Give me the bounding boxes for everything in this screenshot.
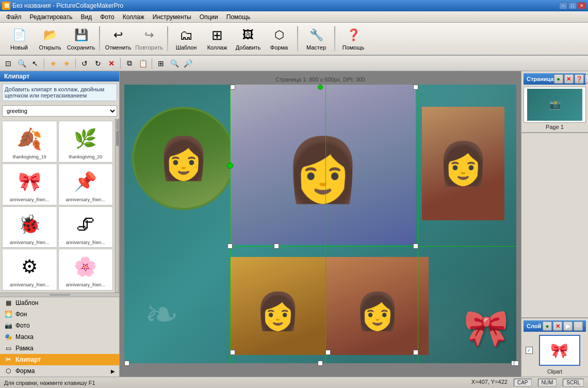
layer-move-button[interactable]: ↔	[574, 321, 583, 331]
search-select[interactable]: greeting anniversary birthday thanksgivi…	[2, 105, 117, 117]
canvas-handle-corner-br[interactable]	[514, 361, 519, 366]
help-toolbar-button[interactable]: ❓ Помощь	[338, 24, 368, 53]
page-next-button[interactable]: ▶	[585, 74, 588, 84]
zoom-fit-button[interactable]: ⊡	[2, 57, 14, 70]
nav-clipart[interactable]: ✂ Клипарт	[0, 354, 119, 365]
shape-button[interactable]: ⬡ Форма	[264, 24, 294, 53]
layer-thumbnail[interactable]: 🎀	[539, 335, 580, 366]
bottom-handle-r[interactable]	[413, 350, 418, 355]
page-add-button[interactable]: ●	[554, 74, 563, 84]
canvas-image[interactable]: ❋ ❊ ✿ ❧ 👩 👩 👩	[124, 85, 516, 363]
menu-help[interactable]: Помощь	[222, 12, 254, 22]
layer-section-title: Слой ● ✕ ▶ ↔	[524, 320, 586, 332]
clipart-item-anniv5[interactable]: ⚙ anniversary_frien...	[2, 249, 57, 290]
expand-icon: ▶	[111, 368, 115, 374]
nav-shape[interactable]: ⬡ Форма ▶	[0, 365, 119, 377]
menu-file[interactable]: Файл	[2, 12, 26, 22]
photo-frame-5[interactable]: 👩	[325, 257, 429, 355]
rotate-handle[interactable]	[318, 85, 323, 90]
delete-button[interactable]: ✕	[105, 57, 118, 70]
sel-handle-mc[interactable]	[274, 244, 279, 249]
menu-options[interactable]: Опции	[195, 12, 222, 22]
clipart-item-anniv3[interactable]: 🐞 anniversary_frien...	[2, 206, 57, 248]
clipart-item-thanksgiving19[interactable]: 🍂 thanksgiving_19	[2, 121, 57, 163]
nav-frame-label: Рамка	[15, 345, 34, 352]
grid-line-v2	[325, 85, 326, 363]
undo-button[interactable]: ↩ Отменить	[103, 24, 133, 53]
open-button[interactable]: 📂 Открыть	[35, 24, 65, 53]
bottom-handle-m[interactable]	[325, 350, 331, 355]
clipart-thumb-thanksgiving20: 🌿	[65, 123, 106, 154]
rotate-cw-button[interactable]: ↻	[92, 57, 104, 70]
main-toolbar: 📄 Новый 📂 Открыть 💾 Сохранить ↩ Отменить…	[0, 23, 588, 56]
clipart-scroll-area: 🍂 thanksgiving_19 🌿 thanksgiving_20 🎀 an…	[0, 119, 119, 293]
zoom-in-sec-button[interactable]: 🔍	[168, 57, 181, 70]
bottom-handle-l[interactable]	[230, 350, 235, 355]
page-thumbnail[interactable]: 📸	[524, 87, 586, 123]
canvas-handle-bc[interactable]	[318, 361, 323, 366]
star2-button[interactable]: ★	[60, 57, 73, 70]
template-button[interactable]: 🗂 Шаблон	[171, 24, 201, 53]
grid-line-h1	[230, 246, 516, 247]
left-panel: Клипарт Добавить клипарт в коллаж, двойн…	[0, 71, 120, 377]
nav-template[interactable]: ▦ Шаблон	[0, 297, 119, 309]
page-thumb-preview: 📸	[527, 89, 582, 120]
menu-collage[interactable]: Коллаж	[119, 12, 149, 22]
save-button[interactable]: 💾 Сохранить	[66, 24, 96, 53]
layer-row: ✓ 🎀	[524, 332, 586, 369]
layer-checkbox[interactable]: ✓	[526, 347, 533, 354]
layer-expand-button[interactable]: ▶	[563, 321, 573, 331]
top-handle-selection-r[interactable]	[413, 85, 418, 90]
new-button[interactable]: 📄 Новый	[4, 24, 34, 53]
redo-button[interactable]: ↪ Повторить	[134, 24, 164, 53]
clipart-item-anniv1[interactable]: 🎀 anniversary_frien...	[2, 164, 57, 205]
layer-add-button[interactable]: ●	[543, 321, 552, 331]
nav-frame[interactable]: ▭ Рамка	[0, 343, 119, 354]
page-section-title: Страница ● ✕ ❓ ▶	[524, 73, 586, 85]
minimize-button[interactable]: –	[559, 2, 567, 9]
clipart-item-thanksgiving20[interactable]: 🌿 thanksgiving_20	[58, 121, 113, 163]
undo-label: Отменить	[105, 44, 131, 51]
resize-handle[interactable]	[0, 293, 119, 297]
page-help-button[interactable]: ❓	[575, 74, 584, 84]
layer-del-button[interactable]: ✕	[553, 321, 562, 331]
clipart-item-anniv2[interactable]: 📌 anniversary_frien...	[58, 164, 113, 205]
top-handle-selection-l[interactable]	[230, 85, 235, 90]
collage-button[interactable]: ⊞ Коллаж	[202, 24, 232, 53]
photo-frame-1[interactable]: 👩	[132, 107, 235, 210]
maximize-button[interactable]: □	[568, 2, 577, 9]
clipart-scrollbar[interactable]	[115, 119, 119, 293]
menu-tools[interactable]: Инструменты	[149, 12, 195, 22]
paste-button[interactable]: 📋	[137, 57, 149, 70]
master-button[interactable]: 🔧 Мастер	[301, 24, 331, 53]
close-button[interactable]: ✕	[578, 2, 586, 9]
nav-background[interactable]: 🌅 Фон	[0, 309, 119, 320]
nav-photo[interactable]: 📷 Фото	[0, 320, 119, 331]
layer-controls: ● ✕ ▶ ↔	[543, 321, 583, 331]
rotate-ccw-button[interactable]: ↺	[78, 57, 91, 70]
zoom-out-sec-button[interactable]: 🔎	[182, 57, 194, 70]
zoom-actual-button[interactable]: 🔍	[15, 57, 28, 70]
clipart-item-anniv4[interactable]: 🖇 anniversary_frien...	[58, 206, 113, 248]
grid-button[interactable]: ⊞	[155, 57, 167, 70]
page-del-button[interactable]: ✕	[564, 74, 574, 84]
sel-handle-mr[interactable]	[413, 244, 418, 249]
clipart-item-anniv6[interactable]: 🌸 anniversary_frien...	[58, 249, 113, 290]
menu-photo[interactable]: Фото	[96, 12, 119, 22]
sel-handle-ml[interactable]	[227, 244, 233, 249]
clipart-grid: 🍂 thanksgiving_19 🌿 thanksgiving_20 🎀 an…	[0, 119, 115, 293]
photo-frame-3[interactable]: 👩	[422, 107, 504, 220]
photo-frame-2[interactable]: 👩	[230, 85, 416, 245]
title-bar: 🖼 Без названия - PictureCollageMakerPro …	[0, 0, 588, 11]
photo-frame-4[interactable]: 👩	[230, 257, 325, 355]
add-button[interactable]: 🖼 Добавить	[233, 24, 263, 53]
page-section: Страница ● ✕ ❓ ▶ 📸 Page 1	[521, 71, 588, 133]
copy-button[interactable]: ⧉	[123, 57, 136, 70]
window-controls[interactable]: – □ ✕	[559, 2, 586, 9]
menu-view[interactable]: Вид	[76, 12, 96, 22]
nav-mask[interactable]: 🎭 Маска	[0, 331, 119, 343]
menu-edit[interactable]: Редактировать	[26, 12, 77, 22]
star1-button[interactable]: ★	[47, 57, 59, 70]
canvas-handle-bl[interactable]	[124, 361, 129, 366]
select-button[interactable]: ↖	[29, 57, 41, 70]
